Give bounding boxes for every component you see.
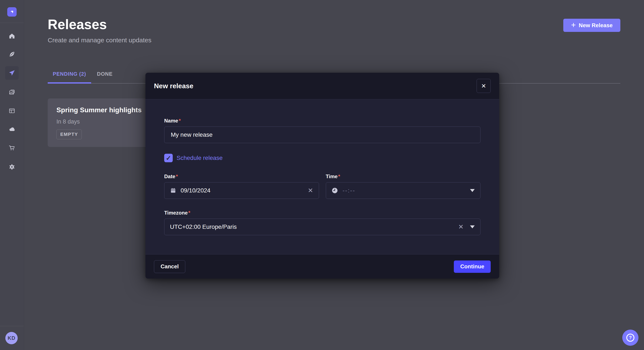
- cloud-icon: [8, 126, 15, 133]
- name-input[interactable]: [164, 127, 480, 143]
- date-label-text: Date: [164, 174, 175, 179]
- new-release-button-label: New Release: [579, 22, 613, 29]
- clear-date-icon[interactable]: ✕: [308, 187, 313, 194]
- cancel-button[interactable]: Cancel: [154, 260, 185, 273]
- feather-icon: [8, 51, 15, 58]
- help-button[interactable]: ?: [622, 330, 638, 346]
- new-release-button[interactable]: + New Release: [563, 19, 620, 32]
- sidebar-item-content-manager[interactable]: [5, 104, 19, 118]
- tab-done[interactable]: DONE: [91, 65, 118, 82]
- time-label-text: Time: [326, 174, 338, 179]
- strapi-logo-icon: [9, 9, 15, 15]
- modal-footer: Cancel Continue: [146, 254, 499, 279]
- continue-button[interactable]: Continue: [454, 260, 491, 273]
- time-label: Time*: [326, 173, 481, 180]
- sidebar-item-home[interactable]: [5, 29, 19, 43]
- timezone-value: UTC+02:00 Europe/Paris: [170, 223, 237, 230]
- schedule-release-label[interactable]: Schedule release: [176, 155, 222, 161]
- plus-icon: +: [571, 21, 576, 29]
- sidebar-item-content[interactable]: [5, 47, 19, 61]
- modal-header: New release ✕: [146, 73, 499, 99]
- date-field-group: Date* 09/10/2024 ✕: [164, 173, 319, 199]
- page-title: Releases: [48, 17, 107, 32]
- date-picker[interactable]: 09/10/2024 ✕: [164, 182, 319, 199]
- modal-body: Name* ✓ Schedule release Date*: [146, 100, 499, 254]
- gear-icon: [8, 164, 15, 170]
- sidebar-item-media-library[interactable]: [5, 85, 19, 99]
- required-marker: *: [338, 174, 340, 179]
- tab-pending[interactable]: PENDING (2): [48, 65, 91, 82]
- home-icon: [8, 33, 15, 39]
- paper-plane-icon: [8, 70, 15, 76]
- layout-icon: [8, 107, 15, 114]
- cart-icon: [8, 145, 15, 151]
- date-label: Date*: [164, 173, 319, 180]
- required-marker: *: [176, 174, 178, 179]
- sidebar-divider-bottom: [0, 326, 24, 326]
- name-label: Name*: [164, 118, 480, 124]
- question-mark: ?: [629, 335, 632, 340]
- avatar[interactable]: KD: [5, 332, 18, 344]
- help-icon: ?: [626, 334, 634, 342]
- check-icon: ✓: [166, 154, 171, 162]
- name-field-group: Name*: [164, 118, 480, 143]
- date-time-row: Date* 09/10/2024 ✕ Time*: [164, 173, 480, 199]
- date-value: 09/10/2024: [180, 187, 210, 194]
- schedule-release-row: ✓ Schedule release: [164, 154, 480, 162]
- time-picker[interactable]: [326, 182, 481, 199]
- close-icon: ✕: [481, 82, 486, 90]
- required-marker: *: [188, 210, 190, 216]
- sidebar-item-cloud[interactable]: [5, 123, 19, 136]
- close-button[interactable]: ✕: [476, 79, 491, 93]
- clear-timezone-icon[interactable]: ✕: [458, 224, 464, 230]
- timezone-select[interactable]: UTC+02:00 Europe/Paris ✕: [164, 219, 480, 235]
- required-marker: *: [179, 118, 180, 124]
- sidebar-item-purchases[interactable]: [5, 141, 19, 155]
- clock-icon: [332, 187, 338, 194]
- calendar-icon: [170, 187, 176, 194]
- release-card-meta: In 8 days: [56, 118, 80, 125]
- active-tab-underline: [48, 82, 91, 84]
- schedule-release-checkbox[interactable]: ✓: [164, 154, 173, 162]
- modal-title: New release: [154, 82, 193, 90]
- chevron-down-icon: [470, 189, 475, 192]
- chevron-down-icon: [470, 225, 475, 228]
- time-field-group: Time*: [326, 173, 481, 199]
- sidebar-item-releases[interactable]: [5, 66, 19, 80]
- timezone-label: Timezone*: [164, 210, 480, 216]
- new-release-modal: New release ✕ Name* ✓ Schedule release D…: [146, 73, 499, 279]
- images-icon: [8, 89, 15, 96]
- release-card-title: Spring Summer highlights: [56, 106, 142, 114]
- status-badge: EMPTY: [56, 130, 82, 139]
- sidebar-divider-top: [0, 23, 24, 23]
- page-subtitle: Create and manage content updates: [48, 37, 152, 44]
- time-input[interactable]: [342, 187, 466, 194]
- sidebar-item-settings[interactable]: [5, 160, 19, 174]
- timezone-label-text: Timezone: [164, 210, 188, 216]
- strapi-logo[interactable]: [7, 7, 16, 16]
- timezone-field-group: Timezone* UTC+02:00 Europe/Paris ✕: [164, 210, 480, 235]
- name-label-text: Name: [164, 118, 178, 124]
- sidebar: KD: [0, 0, 24, 350]
